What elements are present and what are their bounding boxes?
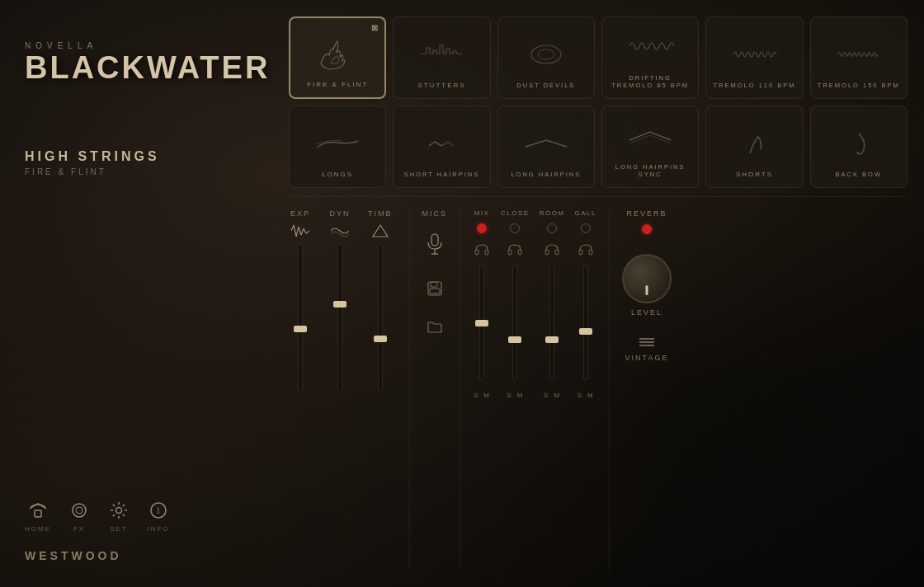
footer-brand: WESTWOOD (25, 549, 256, 562)
svg-rect-1 (35, 510, 41, 517)
preset-long-hairpins-sync-label: LONG HAIRPINS SYNC (609, 163, 691, 180)
nav-home[interactable]: HOME (25, 499, 51, 533)
nav-set-label: SET (110, 525, 128, 533)
mixer-room-thumb[interactable] (545, 336, 559, 343)
fader-exp-thumb[interactable] (294, 326, 307, 332)
nav-fx[interactable]: FX (68, 499, 91, 533)
reverb-knob[interactable] (622, 254, 672, 303)
svg-rect-26 (518, 250, 521, 255)
preset-short-hairpins-icon (417, 123, 466, 164)
instrument-info: HIGH STRINGS FIRE & FLINT (25, 149, 256, 176)
mics-section: MICS (410, 209, 461, 571)
preset-longs[interactable]: LONGS (289, 106, 386, 188)
preset-stutters-icon (417, 34, 466, 75)
preset-tremolo-150-label: TREMOLO 150 BPM (818, 82, 900, 90)
fader-dyn-track[interactable] (337, 244, 342, 392)
svg-rect-30 (589, 250, 592, 255)
instrument-category: HIGH STRINGS (25, 149, 256, 164)
fader-dyn-thumb[interactable] (333, 301, 346, 308)
fader-exp-track[interactable] (298, 244, 303, 392)
mixer-gall-radio[interactable] (581, 223, 591, 233)
preset-stutters[interactable]: STUTTERS (393, 16, 490, 99)
mixer-close-fader[interactable] (512, 265, 517, 380)
svg-rect-28 (555, 250, 559, 255)
reverb-radio[interactable] (642, 224, 652, 234)
mixer-room-radio[interactable] (547, 223, 557, 233)
fader-exp-label: EXP (290, 209, 310, 218)
info-icon: i (147, 499, 170, 522)
preset-shorts-label: SHORTS (736, 171, 773, 179)
reverb-level-label: LEVEL (631, 308, 662, 317)
preset-back-bow[interactable]: BACK BOW (810, 106, 908, 188)
mixer-close-s[interactable]: S (506, 390, 512, 401)
svg-marker-16 (373, 225, 388, 237)
mixer-gall-s[interactable]: S (577, 390, 583, 401)
folder-icon[interactable] (427, 319, 443, 337)
preset-dust-devils[interactable]: DUST DEVILS (497, 16, 595, 99)
svg-line-11 (296, 227, 299, 237)
logo-area: NOVELLA BLACKWATER (25, 41, 256, 83)
preset-drifting-tremolo[interactable]: DRIFTING TREMOLO 85 BPM (601, 16, 699, 99)
mixer-gall-thumb[interactable] (579, 328, 592, 335)
mixer-close-m[interactable]: M (516, 390, 525, 401)
mixer-mix-thumb[interactable] (475, 320, 488, 326)
fx-icon (68, 499, 91, 522)
preset-dust-devils-label: DUST DEVILS (516, 82, 575, 90)
preset-back-bow-label: BACK BOW (836, 171, 882, 179)
headphone-close-icon (507, 242, 523, 255)
save-icon[interactable] (427, 280, 443, 300)
brand-label: NOVELLA (25, 41, 256, 50)
svg-rect-17 (431, 234, 438, 246)
preset-long-hairpins[interactable]: LONG HAIRPINS (497, 106, 595, 188)
svg-point-4 (116, 508, 122, 514)
mixer-close-sm: S M (506, 390, 524, 401)
mixer-mix-s[interactable]: S (473, 390, 479, 401)
mixer-room-fader[interactable] (549, 265, 554, 380)
mixer-mix-radio[interactable] (477, 223, 487, 233)
mixer-gall-m[interactable]: M (587, 390, 595, 401)
preset-tremolo-110[interactable]: TREMOLO 110 BPM (705, 16, 803, 99)
mixer-gall-fader[interactable] (583, 265, 588, 380)
fader-exp: EXP (289, 209, 312, 571)
preset-fire-flint[interactable]: FIRE & FLINT (289, 16, 386, 99)
gear-icon (107, 499, 130, 522)
preset-tremolo-150[interactable]: TREMOLO 150 BPM (810, 16, 908, 99)
exp-icon (289, 223, 312, 239)
nav-info[interactable]: i INFO (147, 499, 170, 533)
preset-long-hairpins-icon (521, 123, 571, 164)
preset-tremolo-110-icon (729, 34, 779, 75)
mixer-room-s[interactable]: S (543, 390, 549, 401)
mixer-mix-m[interactable]: M (483, 390, 491, 401)
fader-timb: TIMB (368, 209, 393, 571)
mixer-room-m[interactable]: M (553, 390, 561, 401)
mixer-close-thumb[interactable] (508, 336, 521, 343)
mixer-mix-fader[interactable] (479, 265, 484, 380)
fader-timb-track[interactable] (378, 244, 383, 392)
svg-text:i: i (157, 505, 160, 516)
mixer-room: ROOM S M (540, 209, 565, 571)
preset-drifting-tremolo-icon (625, 26, 675, 68)
preset-shorts-icon (729, 123, 779, 164)
preset-shorts[interactable]: SHORTS (705, 106, 803, 188)
svg-line-10 (294, 225, 296, 237)
home-icon (26, 499, 50, 522)
preset-long-hairpins-sync[interactable]: LONG HAIRPINS SYNC (601, 106, 699, 188)
preset-fire-flint-label: FIRE & FLINT (307, 81, 368, 89)
preset-stutters-label: STUTTERS (417, 82, 465, 90)
nav-icons: HOME FX SET (25, 499, 256, 533)
preset-long-hairpins-label: LONG HAIRPINS (511, 171, 581, 179)
fader-timb-thumb[interactable] (374, 336, 387, 342)
preset-short-hairpins[interactable]: SHORT HAIRPINS (393, 106, 490, 188)
mixer-close: CLOSE S M (501, 209, 530, 571)
svg-line-15 (306, 231, 309, 233)
reverb-knob-container: LEVEL (622, 254, 672, 317)
nav-set[interactable]: SET (107, 499, 130, 533)
svg-point-2 (73, 504, 86, 517)
mixer-close-radio[interactable] (510, 223, 520, 233)
reverb-section: REVERB LEVEL VINTAGE (610, 209, 684, 571)
svg-point-3 (76, 507, 82, 514)
preset-drifting-tremolo-label: DRIFTING TREMOLO 85 BPM (609, 74, 691, 91)
headphone-gall-icon (578, 242, 594, 255)
preset-tremolo-150-icon (834, 34, 884, 75)
timb-icon (369, 223, 392, 239)
